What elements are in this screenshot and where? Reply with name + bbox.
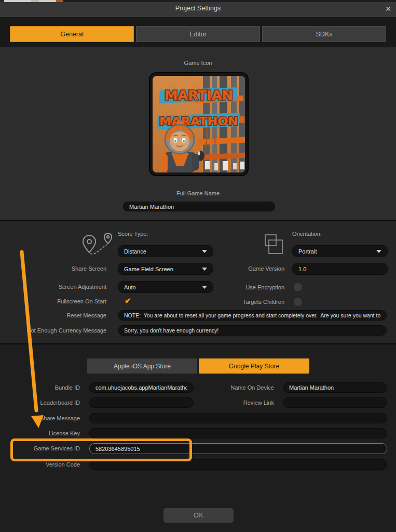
background-sliver [39, 0, 56, 2]
game-version-label: Game Version [199, 263, 284, 274]
fullscreen-on-start-label: Fullscreen On Start [13, 296, 106, 307]
use-encryption-label: Use Encryption [199, 282, 284, 292]
share-message-input[interactable] [89, 413, 387, 423]
project-settings-dialog: Project Settings ✕ General Editor SDKs G… [0, 0, 396, 532]
reset-message-label: Reset Message [13, 310, 106, 321]
share-screen-value: Game Field Screen [124, 266, 173, 272]
use-encryption-toggle[interactable] [294, 283, 302, 291]
leaderboard-id-label: Leaderboard ID [0, 397, 80, 408]
license-key-label: License Key [0, 428, 80, 438]
game-services-id-label: Game Services ID [0, 443, 80, 454]
orientation-dropdown[interactable]: Portrait [292, 245, 388, 257]
screen-adjustment-value: Auto [124, 284, 136, 290]
background-sliver [4, 0, 31, 2]
bundle-id-label: Bundle ID [0, 382, 80, 393]
reset-message-input[interactable] [118, 310, 387, 321]
route-pins-icon [78, 232, 116, 261]
store-tab-google[interactable]: Google Play Store [199, 358, 309, 374]
screen-adjustment-label: Screen Adjustment [13, 282, 106, 292]
full-game-name-label: Full Game Name [0, 190, 396, 196]
share-message-label: Share Message [0, 413, 80, 423]
name-on-device-label: Name On Device [187, 382, 274, 393]
full-game-name-input[interactable] [123, 202, 275, 211]
currency-message-label: Not Enough Currency Message [13, 325, 106, 336]
score-type-label: Score Type: [118, 231, 148, 237]
icon-title-line2: MARATHON [159, 115, 238, 128]
score-type-value: Distance [124, 248, 146, 255]
name-on-device-input[interactable] [283, 382, 387, 393]
store-tab-apple[interactable]: Apple iOS App Store [87, 358, 197, 374]
leaderboard-id-input[interactable] [89, 397, 194, 408]
game-services-id-input[interactable] [89, 443, 387, 454]
review-link-input[interactable] [283, 397, 387, 408]
game-icon-image[interactable]: MARTIAN MARATHON [153, 76, 245, 172]
background-sliver [56, 0, 63, 2]
background-sliver [31, 0, 39, 2]
chevron-down-icon [202, 250, 207, 253]
orientation-icon [262, 234, 284, 258]
dialog-title: Project Settings [0, 5, 396, 12]
score-type-dropdown[interactable]: Distance [118, 245, 213, 257]
version-code-input[interactable] [89, 459, 387, 470]
chevron-down-icon [376, 250, 381, 253]
background-sliver [63, 0, 396, 2]
tab-editor[interactable]: Editor [136, 26, 260, 42]
game-icon-label: Game Icon [0, 60, 396, 66]
bundle-id-input[interactable] [89, 382, 194, 393]
tab-sdks[interactable]: SDKs [262, 26, 386, 42]
targets-children-toggle[interactable] [294, 298, 302, 306]
close-icon[interactable]: ✕ [383, 4, 393, 14]
tab-general[interactable]: General [10, 26, 134, 42]
currency-message-input[interactable] [118, 325, 387, 336]
targets-children-label: Targets Children [199, 297, 284, 307]
ok-button[interactable]: OK [163, 508, 234, 523]
icon-title-line1: MARTIAN [165, 88, 233, 103]
review-link-label: Review Link [187, 397, 274, 408]
license-key-input[interactable] [89, 428, 387, 438]
game-version-input[interactable] [292, 263, 388, 275]
checkbox-checked-icon[interactable]: ✔ [125, 296, 131, 305]
version-code-label: Version Code [0, 459, 80, 470]
orientation-label: Orientation: [292, 231, 322, 237]
share-screen-label: Share Screen [13, 263, 106, 274]
background-sliver [0, 0, 4, 2]
orientation-value: Portrait [298, 248, 317, 255]
